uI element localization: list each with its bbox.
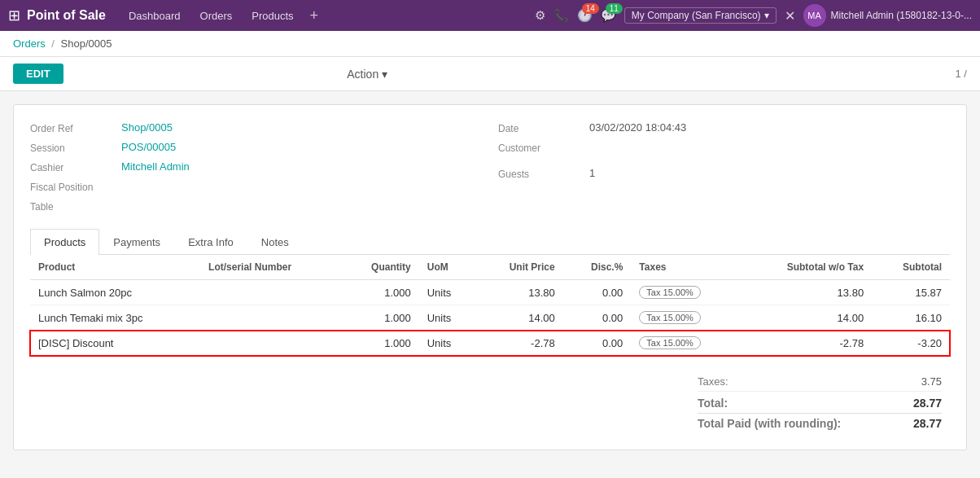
summary-section: Taxes: 3.75 Total: 28.77 Total Paid (wit… [30,364,950,433]
app-name: Point of Sale [27,8,106,23]
col-header-uom: UoM [419,255,476,280]
total-paid-row: Total Paid (with rounding): 28.77 [698,413,942,433]
cell-subtotal-wo-tax: 13.80 [741,280,872,305]
cell-quantity: 1.000 [340,305,419,331]
cashier-field: Cashier Mitchell Admin [30,160,482,173]
breadcrumb: Orders / Shop/0005 [13,37,112,50]
cell-unit-price: 14.00 [476,305,563,331]
breadcrumb-separator: / [51,37,55,50]
edit-button[interactable]: EDIT [13,64,63,84]
col-header-subtotal-wo-tax: Subtotal w/o Tax [741,255,872,280]
cell-lot-serial [200,305,340,331]
tab-extra-info[interactable]: Extra Info [174,229,247,255]
user-section: MA Mitchell Admin (1580182-13-0-... [803,4,972,27]
col-header-unit-price: Unit Price [476,255,563,280]
customer-field: Customer [498,141,950,154]
cell-subtotal: 15.87 [872,280,950,305]
date-field: Date 03/02/2020 18:04:43 [498,121,950,134]
total-label: Total: [698,397,728,410]
total-row: Total: 28.77 [698,391,942,413]
nav-orders[interactable]: Orders [192,7,241,25]
customer-label: Customer [498,141,580,154]
avatar: MA [803,4,826,27]
guests-field: Guests 1 [498,167,950,180]
table-row[interactable]: Lunch Temaki mix 3pc1.000Units14.000.00T… [30,305,950,331]
tax-badge: Tax 15.00% [639,286,700,299]
total-value: 28.77 [893,397,942,410]
cell-quantity: 1.000 [340,280,419,305]
toolbar: EDIT Action ▾ 1 / [0,57,980,91]
tab-notes[interactable]: Notes [247,229,303,255]
breadcrumb-bar: Orders / Shop/0005 [0,31,980,57]
taxes-value: 3.75 [893,375,942,388]
cell-taxes: Tax 15.00% [631,331,741,356]
clock-badge: 14 [582,3,599,14]
action-dropdown-icon: ▾ [382,68,387,81]
breadcrumb-parent[interactable]: Orders [13,37,46,50]
action-button[interactable]: Action ▾ [347,68,387,81]
col-header-disc: Disc.% [563,255,632,280]
cell-subtotal-wo-tax: -2.78 [741,331,872,356]
company-dropdown-icon: ▾ [764,10,769,21]
session-value[interactable]: POS/00005 [121,141,176,153]
cell-uom: Units [419,305,476,331]
phone-icon[interactable]: 📞 [553,8,569,23]
session-label: Session [30,141,112,154]
cell-uom: Units [419,331,476,356]
company-name: My Company (San Francisco) [632,10,761,21]
cell-subtotal-wo-tax: 14.00 [741,305,872,331]
page-info: 1 / [956,68,967,80]
tab-products[interactable]: Products [30,229,99,255]
total-paid-label: Total Paid (with rounding): [698,417,841,430]
cell-unit-price: 13.80 [476,280,563,305]
table-label: Table [30,200,112,213]
col-header-subtotal: Subtotal [872,255,950,280]
action-label: Action [347,68,378,81]
chat-badge: 11 [606,3,623,14]
tabs: Products Payments Extra Info Notes [30,229,950,255]
summary-table: Taxes: 3.75 Total: 28.77 Total Paid (wit… [698,372,942,433]
app-brand: Point of Sale [27,8,106,23]
cell-disc: 0.00 [563,305,632,331]
cell-uom: Units [419,280,476,305]
cell-product: [DISC] Discount [30,331,200,356]
table-row[interactable]: [DISC] Discount1.000Units-2.780.00Tax 15… [30,331,950,356]
fiscal-position-label: Fiscal Position [30,180,112,193]
tab-payments[interactable]: Payments [99,229,174,255]
form-fields: Order Ref Shop/0005 Session POS/00005 Ca… [30,121,950,213]
user-name[interactable]: Mitchell Admin (1580182-13-0-... [831,10,972,21]
cell-quantity: 1.000 [340,331,419,356]
cashier-label: Cashier [30,160,112,173]
company-selector[interactable]: My Company (San Francisco) ▾ [624,7,777,24]
date-label: Date [498,121,580,134]
nav-add-icon[interactable]: + [305,7,324,24]
grid-icon[interactable]: ⊞ [8,7,20,24]
nav-products[interactable]: Products [243,7,301,25]
table-field: Table [30,200,482,213]
order-ref-value[interactable]: Shop/0005 [121,121,173,134]
cell-unit-price: -2.78 [476,331,563,356]
tax-badge: Tax 15.00% [639,311,700,324]
clock-icon[interactable]: 🕐 14 [577,8,593,23]
col-header-taxes: Taxes [631,255,741,280]
settings-icon[interactable]: ⚙ [535,8,545,23]
nav-dashboard[interactable]: Dashboard [120,7,189,25]
topnav-right: ⚙ 📞 🕐 14 💬 11 My Company (San Francisco)… [535,4,972,27]
fiscal-position-field: Fiscal Position [30,180,482,193]
col-header-quantity: Quantity [340,255,419,280]
guests-label: Guests [498,167,580,180]
top-navigation: ⊞ Point of Sale Dashboard Orders Product… [0,0,980,31]
cell-taxes: Tax 15.00% [631,305,741,331]
close-icon[interactable]: ✕ [785,8,795,24]
table-row[interactable]: Lunch Salmon 20pc1.000Units13.800.00Tax … [30,280,950,305]
order-ref-field: Order Ref Shop/0005 [30,121,482,134]
cell-taxes: Tax 15.00% [631,280,741,305]
chat-icon[interactable]: 💬 11 [601,8,616,23]
col-header-lot-serial: Lot/serial Number [200,255,340,280]
record-card: Order Ref Shop/0005 Session POS/00005 Ca… [13,104,967,450]
tax-badge: Tax 15.00% [639,336,700,349]
cashier-value[interactable]: Mitchell Admin [121,160,190,173]
cell-disc: 0.00 [563,280,632,305]
breadcrumb-current: Shop/0005 [61,37,112,50]
cell-lot-serial [200,331,340,356]
